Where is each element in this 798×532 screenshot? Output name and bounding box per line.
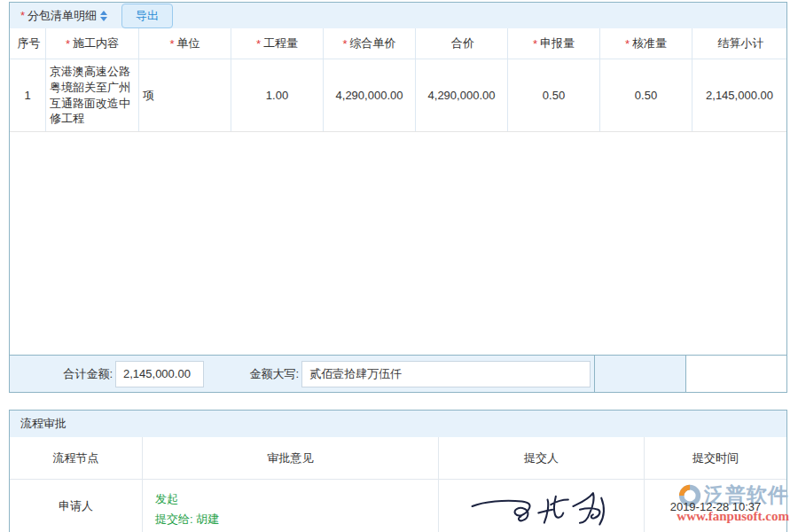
- table-row[interactable]: 1 京港澳高速公路粤境韶关至广州互通路面改造中修工程 项 1.00 4,290,…: [10, 59, 786, 132]
- header-unit-price: *综合单价: [324, 28, 416, 59]
- approval-row: 申请人 发起 提交给: 胡建 2019-12-28 10:37: [10, 480, 786, 532]
- row-quantity: 1.00: [231, 59, 324, 131]
- totals-end-cell: [685, 356, 786, 392]
- totals-spacer-cell: [594, 356, 685, 392]
- table-header-row: 序号 *施工内容 *单位 *工程量 *综合单价 合价 *申报量 *核准量 结算小…: [10, 28, 786, 59]
- row-unit: 项: [139, 59, 231, 131]
- export-button[interactable]: 导出: [121, 4, 173, 28]
- panel-title: 分包清单明细: [27, 8, 97, 24]
- header-quantity: *工程量: [231, 28, 324, 59]
- totals-row: 合计金额: 2,145,000.00 金额大写: 贰佰壹拾肆万伍仟: [10, 355, 786, 392]
- row-declared-qty: 0.50: [508, 59, 600, 131]
- approval-flow-panel: 流程审批 流程节点 审批意见 提交人 提交时间 申请人 发起 提交给: 胡建 2…: [9, 410, 787, 532]
- approval-header-row: 流程节点 审批意见 提交人 提交时间: [10, 437, 786, 480]
- approval-opinion: 发起 提交给: 胡建: [143, 480, 439, 532]
- row-construction-content: 京港澳高速公路粤境韶关至广州互通路面改造中修工程: [46, 59, 139, 131]
- required-star: *: [20, 9, 25, 22]
- row-seq: 1: [10, 59, 46, 131]
- approval-header-node: 流程节点: [10, 437, 143, 479]
- total-amount-label: 合计金额:: [10, 366, 113, 382]
- approval-opinion-line2: 提交给: 胡建: [155, 509, 219, 529]
- header-unit: *单位: [139, 28, 231, 59]
- approval-signature-cell: [439, 480, 645, 532]
- header-declared-qty: *申报量: [508, 28, 600, 59]
- approval-header-opinion: 审批意见: [143, 437, 439, 479]
- title-stepper-icon[interactable]: [100, 11, 107, 21]
- header-seq: 序号: [10, 28, 46, 59]
- stepper-up-icon[interactable]: [100, 11, 107, 15]
- approval-header-submitter: 提交人: [439, 437, 645, 479]
- subcontract-detail-panel: * 分包清单明细 导出 序号 *施工内容 *单位 *工程量 *综合单价 合价 *…: [9, 2, 787, 393]
- header-settlement-subtotal: 结算小计: [692, 28, 786, 59]
- approval-header-submit-time: 提交时间: [645, 437, 786, 479]
- amount-words-field[interactable]: 贰佰壹拾肆万伍仟: [301, 361, 591, 387]
- header-approved-qty: *核准量: [600, 28, 692, 59]
- approval-titlebar: 流程审批: [10, 411, 786, 437]
- total-amount-field[interactable]: 2,145,000.00: [115, 361, 204, 387]
- approval-section-title: 流程审批: [20, 416, 66, 432]
- table-empty-area: [10, 132, 786, 355]
- amount-words-label: 金额大写:: [204, 366, 299, 382]
- stepper-down-icon[interactable]: [100, 17, 107, 21]
- signature-image: [466, 481, 617, 531]
- row-unit-price: 4,290,000.00: [324, 59, 416, 131]
- header-construction-content: *施工内容: [46, 28, 139, 59]
- approval-submit-time: 2019-12-28 10:37: [645, 480, 786, 532]
- header-total-price: 合价: [416, 28, 508, 59]
- row-settlement-subtotal: 2,145,000.00: [692, 59, 786, 131]
- approval-node: 申请人: [10, 480, 143, 532]
- approval-opinion-line1: 发起: [155, 489, 178, 509]
- row-total-price: 4,290,000.00: [416, 59, 508, 131]
- panel-titlebar: * 分包清单明细 导出: [10, 3, 786, 28]
- row-approved-qty: 0.50: [600, 59, 692, 131]
